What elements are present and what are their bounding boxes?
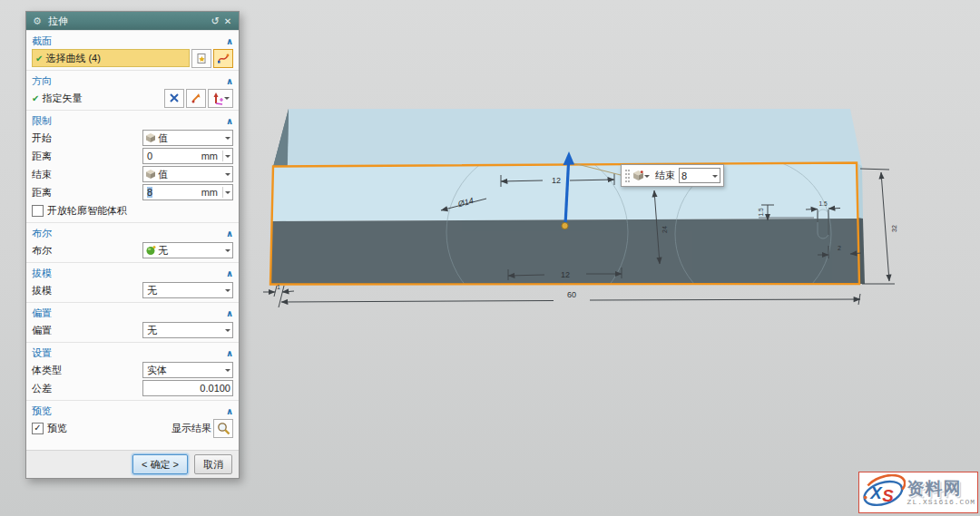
boolean-dropdown[interactable]: 无 [142,242,233,258]
limit-option-button[interactable] [631,167,652,184]
dim-height-32[interactable]: 32 [891,225,897,232]
draft-dropdown[interactable]: 无 [142,282,233,298]
offset-label: 偏置 [32,324,142,337]
check-icon [32,93,39,103]
chevron-down-icon [225,155,230,161]
limits-header-label: 限制 [32,114,226,128]
vector-axis-icon [212,92,224,105]
dialog-titlebar[interactable]: 拉伸 [26,12,239,30]
chevron-down-icon [644,175,650,180]
chevron-down-icon [712,175,718,180]
tolerance-input[interactable]: 0.0100 [142,380,233,396]
select-curves-label: 选择曲线 (4) [45,52,101,65]
reverse-direction-button[interactable] [164,89,184,108]
direction-group: 方向 指定矢量 [26,70,239,110]
open-profile-checkbox[interactable] [32,205,44,217]
show-result-label: 显示结果 [172,422,211,435]
draft-value: 无 [145,284,225,297]
collapse-icon[interactable] [226,229,233,239]
end-distance-value: 8 [681,170,712,181]
collapse-icon[interactable] [226,36,233,46]
end-distance-label: 距离 [32,186,142,200]
dim-height-24[interactable]: 24 [662,226,668,233]
section-group-header[interactable]: 截面 [32,34,233,48]
collapse-icon[interactable] [226,76,233,86]
settings-group-header[interactable]: 设置 [32,346,233,360]
close-icon[interactable] [221,15,234,26]
dim-top-12[interactable]: 12 [552,176,561,185]
watermark: X S 资料网 ZL.XS1616.COM [858,472,978,513]
end-distance-input[interactable]: 8 mm [142,184,233,200]
direction-group-header[interactable]: 方向 [32,73,233,88]
offset-group-header[interactable]: 偏置 [32,306,233,320]
dialog-menu-icon[interactable] [31,15,44,27]
draft-group: 拔模 拔模 无 [26,262,239,302]
origin-point[interactable] [562,222,568,229]
settings-header-label: 设置 [32,346,226,360]
extrude-onscreen-toolbar[interactable]: 结束 8 [621,164,724,187]
dim-v-1_5[interactable]: 1.5 [758,208,764,216]
vector-dialog-button[interactable] [186,89,206,108]
dim-width-60[interactable]: 60 [567,290,576,299]
cube-icon [632,170,644,181]
dim-left-1[interactable]: 1 [277,284,280,290]
cancel-button[interactable]: 取消 [194,454,232,474]
collapse-icon[interactable] [226,308,233,318]
drag-handle-icon[interactable] [624,169,631,183]
reset-icon[interactable] [209,15,221,27]
end-distance-input[interactable]: 8 [679,168,720,183]
dim-h-1_5[interactable]: 1.5 [818,200,827,207]
offset-dropdown[interactable]: 无 [142,322,233,338]
draft-group-header[interactable]: 拔模 [32,266,233,280]
tolerance-label: 公差 [32,382,142,395]
cube-icon [145,132,156,143]
collapse-icon[interactable] [226,406,233,416]
chevron-down-icon [225,137,230,142]
chevron-down-icon [225,329,230,335]
end-label: 结束 [32,168,142,181]
preview-checkbox[interactable] [32,423,44,434]
dim-right-2[interactable]: 2 [838,245,841,251]
curve-rule-button[interactable] [191,49,211,68]
end-distance-value: 8 [147,187,152,198]
preview-label: 预览 [47,422,172,435]
chevron-down-icon [225,191,230,197]
offset-value: 无 [145,324,225,337]
show-result-button[interactable] [213,419,233,438]
collapse-icon[interactable] [226,268,233,278]
dim-bottom-12[interactable]: 12 [561,270,570,279]
chevron-down-icon [225,249,230,255]
watermark-site-url: ZL.XS1616.COM [907,498,975,506]
preview-group-header[interactable]: 预览 [32,404,233,418]
check-icon [35,54,43,63]
sketch-curve-icon [217,52,230,64]
sketch-section-button[interactable] [213,49,233,68]
boolean-group-header[interactable]: 布尔 [32,226,233,240]
start-distance-input[interactable]: 0 mm [142,148,233,164]
section-header-label: 截面 [32,34,226,48]
preview-group: 预览 预览 显示结果 [26,400,239,440]
end-option-dropdown[interactable]: 值 [142,166,233,182]
boolean-header-label: 布尔 [32,227,226,240]
cube-icon [145,169,156,180]
specify-vector-label: 指定矢量 [42,92,162,105]
chevron-down-icon [225,369,230,375]
boolean-value: 无 [156,244,225,258]
boolean-label: 布尔 [32,244,142,258]
start-distance-label: 距离 [32,150,142,163]
extrude-dialog: 拉伸 截面 选择曲线 (4) [25,11,240,479]
ok-button[interactable]: < 确定 > [132,454,188,474]
collapse-icon[interactable] [226,348,233,358]
vector-option-button[interactable] [208,89,233,108]
dialog-footer: < 确定 > 取消 [26,450,239,478]
limits-group: 限制 开始 值 距离 0 mm [26,110,239,222]
chevron-down-icon [225,173,230,179]
body-type-label: 体类型 [32,364,142,377]
select-curves-field[interactable]: 选择曲线 (4) [32,49,190,67]
draft-label: 拔模 [32,284,142,297]
limits-group-header[interactable]: 限制 [32,113,233,128]
body-type-dropdown[interactable]: 实体 [142,362,233,378]
start-option-dropdown[interactable]: 值 [142,130,233,146]
collapse-icon[interactable] [226,116,233,126]
body-type-value: 实体 [145,364,225,377]
